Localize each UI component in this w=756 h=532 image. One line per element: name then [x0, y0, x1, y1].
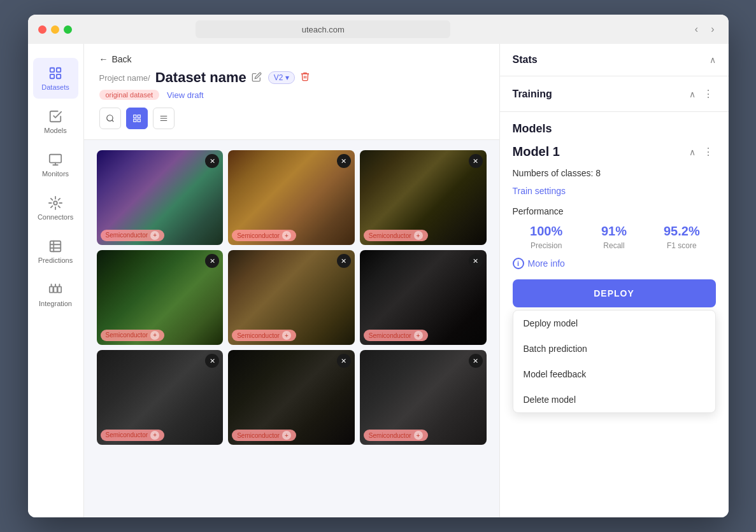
- precision-metric: 100% Precision: [513, 224, 580, 250]
- dropdown-menu: Deploy model Batch prediction Model feed…: [513, 310, 716, 413]
- predictions-icon: [48, 239, 63, 254]
- add-label-button[interactable]: +: [414, 231, 423, 240]
- image-close-button[interactable]: ✕: [337, 254, 351, 268]
- image-card[interactable]: ✕ Semiconductor +: [97, 150, 224, 245]
- image-close-button[interactable]: ✕: [337, 354, 351, 368]
- sidebar-item-monitors[interactable]: Monitors: [33, 144, 78, 185]
- maximize-button[interactable]: [64, 25, 72, 34]
- minimize-button[interactable]: [51, 25, 59, 34]
- performance-metrics: 100% Precision 91% Recall 95.2% F1 score: [513, 224, 716, 250]
- image-label: Semiconductor +: [232, 230, 296, 241]
- add-label-button[interactable]: +: [282, 231, 291, 240]
- image-close-button[interactable]: ✕: [205, 354, 219, 368]
- image-close-button[interactable]: ✕: [469, 154, 483, 168]
- stats-title: Stats: [513, 54, 538, 66]
- integration-icon: [48, 282, 63, 297]
- edit-icon[interactable]: [252, 72, 263, 83]
- delete-button[interactable]: [300, 71, 310, 84]
- svg-rect-8: [50, 241, 61, 252]
- toolbar-row: [99, 108, 484, 129]
- model-card: Model 1 ∧ ⋮ Numbers of classes: 8 Train …: [513, 143, 716, 413]
- training-more-options-button[interactable]: ⋮: [701, 85, 716, 102]
- svg-rect-3: [57, 74, 61, 78]
- image-label: Semiconductor +: [364, 330, 428, 341]
- dataset-meta: original dataset View draft: [99, 90, 484, 100]
- image-card[interactable]: ✕ Semiconductor +: [97, 250, 224, 345]
- nav-arrows: ‹ ›: [691, 22, 718, 36]
- dropdown-item-batch-prediction[interactable]: Batch prediction: [513, 336, 715, 361]
- deploy-button[interactable]: DEPLOY: [513, 279, 716, 307]
- sidebar-item-models[interactable]: Models: [33, 101, 78, 142]
- svg-rect-22: [133, 119, 136, 122]
- training-chevron-icon: ∧: [689, 89, 695, 99]
- add-label-button[interactable]: +: [150, 431, 159, 440]
- image-label: Semiconductor +: [232, 330, 296, 341]
- train-settings-link[interactable]: Train settings: [513, 186, 716, 196]
- nav-back-button[interactable]: ‹: [691, 22, 702, 36]
- training-section-header[interactable]: Training ∧ ⋮: [500, 76, 729, 112]
- image-card[interactable]: ✕ Semiconductor +: [97, 350, 224, 445]
- back-link[interactable]: ← Back: [99, 54, 484, 64]
- monitors-icon: [48, 152, 63, 167]
- search-button[interactable]: [99, 108, 121, 129]
- add-label-button[interactable]: +: [282, 431, 291, 440]
- stats-section-header[interactable]: Stats ∧: [500, 44, 729, 76]
- classes-label: Numbers of classes:: [513, 168, 594, 178]
- image-close-button[interactable]: ✕: [469, 254, 483, 268]
- dropdown-item-deploy-model[interactable]: Deploy model: [513, 311, 715, 336]
- panel-scroll: Models Model 1 ∧ ⋮ Numbers of classes: 8: [500, 112, 729, 517]
- url-text: uteach.com: [302, 25, 345, 34]
- svg-rect-1: [57, 68, 61, 72]
- add-label-button[interactable]: +: [282, 331, 291, 340]
- image-card[interactable]: ✕ Semiconductor +: [228, 250, 355, 345]
- back-label: Back: [112, 54, 132, 64]
- sidebar-item-datasets[interactable]: Datasets: [33, 58, 78, 99]
- info-icon: i: [513, 258, 524, 269]
- list-view-button[interactable]: [153, 108, 175, 129]
- image-close-button[interactable]: ✕: [205, 154, 219, 168]
- image-card[interactable]: ✕ Semiconductor +: [360, 150, 487, 245]
- image-close-button[interactable]: ✕: [469, 354, 483, 368]
- svg-rect-14: [58, 286, 62, 292]
- sidebar-item-predictions-label: Predictions: [38, 256, 73, 264]
- address-bar[interactable]: uteach.com: [196, 20, 450, 38]
- browser-window: uteach.com ‹ › Datasets: [28, 15, 729, 517]
- image-card[interactable]: ✕ Semiconductor +: [228, 350, 355, 445]
- more-info-row[interactable]: i More info: [513, 258, 716, 269]
- image-label: Semiconductor +: [364, 430, 428, 441]
- dropdown-item-model-feedback[interactable]: Model feedback: [513, 361, 715, 387]
- svg-rect-21: [138, 115, 140, 118]
- model-header: Model 1 ∧ ⋮: [513, 143, 716, 160]
- add-label-button[interactable]: +: [150, 331, 159, 340]
- add-label-button[interactable]: +: [414, 431, 423, 440]
- image-label: Semiconductor +: [101, 330, 165, 341]
- sidebar-item-predictions[interactable]: Predictions: [33, 231, 78, 272]
- version-badge[interactable]: V2 ▾: [268, 71, 296, 84]
- grid-view-button[interactable]: [126, 108, 148, 129]
- f1-label: F1 score: [667, 241, 697, 250]
- image-card[interactable]: ✕ Semiconductor +: [360, 250, 487, 345]
- image-label: Semiconductor +: [101, 230, 165, 241]
- svg-rect-2: [50, 74, 54, 78]
- svg-point-7: [53, 201, 57, 205]
- add-label-button[interactable]: +: [150, 231, 159, 240]
- svg-rect-0: [50, 68, 54, 72]
- model-more-options-button[interactable]: ⋮: [701, 143, 716, 160]
- f1-metric: 95.2% F1 score: [648, 224, 715, 250]
- original-dataset-badge: original dataset: [99, 90, 160, 100]
- add-label-button[interactable]: +: [414, 331, 423, 340]
- sidebar-item-models-label: Models: [44, 127, 66, 134]
- image-card[interactable]: ✕ Semiconductor +: [360, 350, 487, 445]
- view-draft-link[interactable]: View draft: [167, 90, 204, 100]
- image-card[interactable]: ✕ Semiconductor +: [228, 150, 355, 245]
- main-header: ← Back Project name/ Dataset name V2 ▾: [84, 44, 499, 140]
- dropdown-item-delete-model[interactable]: Delete model: [513, 387, 715, 412]
- sidebar-item-connectors[interactable]: Connectors: [33, 188, 78, 228]
- image-close-button[interactable]: ✕: [337, 154, 351, 168]
- datasets-icon: [48, 66, 63, 81]
- nav-forward-button[interactable]: ›: [707, 22, 718, 36]
- model-title: Model 1: [513, 144, 560, 159]
- image-close-button[interactable]: ✕: [205, 254, 219, 268]
- close-button[interactable]: [38, 25, 46, 34]
- sidebar-item-integration[interactable]: Integration: [33, 274, 78, 315]
